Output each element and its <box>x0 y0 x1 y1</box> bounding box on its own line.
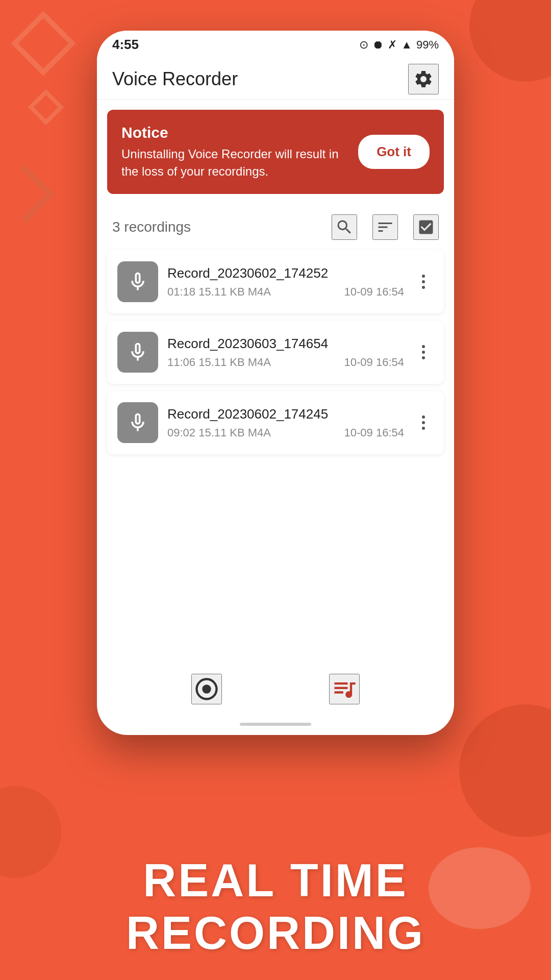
more-dot <box>422 351 425 354</box>
circle-nav-icon <box>193 676 220 702</box>
more-dot <box>422 345 425 348</box>
playlist-icon <box>331 676 358 702</box>
select-icon <box>417 218 435 236</box>
sort-icon <box>376 218 394 236</box>
recording-details: 11:06 15.11 KB M4A <box>167 356 271 369</box>
recording-thumbnail <box>117 332 158 373</box>
bg-diamond-top-left <box>11 11 76 76</box>
recordings-list: Record_20230602_174252 01:18 15.11 KB M4… <box>97 250 454 454</box>
phone-home-indicator <box>240 723 311 726</box>
recording-info: Record_20230602_174245 09:02 15.11 KB M4… <box>158 406 413 439</box>
status-bar: 4:55 ⊙ ⏺ ✗ ▲ 99% <box>97 31 454 59</box>
gear-icon <box>413 69 434 89</box>
recording-info: Record_20230602_174252 01:18 15.11 KB M4… <box>158 265 413 299</box>
more-dot <box>422 280 425 283</box>
mic-icon <box>127 271 149 293</box>
got-it-button[interactable]: Got it <box>358 135 430 169</box>
playlist-nav-button[interactable] <box>329 674 360 704</box>
mic-icon <box>127 411 149 434</box>
recordings-count: 3 recordings <box>112 219 191 235</box>
more-dot <box>422 415 425 419</box>
recording-thumbnail <box>117 402 158 443</box>
search-button[interactable] <box>332 214 357 240</box>
bg-decoration-bottom-right <box>459 704 551 837</box>
header-actions <box>332 214 439 240</box>
recording-meta: 09:02 15.11 KB M4A 10-09 16:54 <box>167 426 404 439</box>
recording-name: Record_20230602_174252 <box>167 265 404 281</box>
more-dot <box>422 421 425 424</box>
notice-body: Uninstalling Voice Recorder will result … <box>121 145 348 180</box>
recording-date: 10-09 16:54 <box>344 285 404 299</box>
app-title: Voice Recorder <box>112 68 238 90</box>
more-dot <box>422 275 425 278</box>
recording-item[interactable]: Record_20230603_174654 11:06 15.11 KB M4… <box>107 321 444 384</box>
app-bar: Voice Recorder <box>97 59 454 100</box>
more-dot <box>422 427 425 430</box>
recording-info: Record_20230603_174654 11:06 15.11 KB M4… <box>158 336 413 369</box>
recording-meta: 01:18 15.11 KB M4A 10-09 16:54 <box>167 285 404 299</box>
recordings-header: 3 recordings <box>97 204 454 250</box>
home-nav-button[interactable] <box>191 674 222 704</box>
sort-button[interactable] <box>372 214 398 240</box>
recording-details: 01:18 15.11 KB M4A <box>167 285 271 299</box>
recording-date: 10-09 16:54 <box>344 426 404 439</box>
recording-name: Record_20230603_174654 <box>167 336 404 352</box>
notice-banner: Notice Uninstalling Voice Recorder will … <box>107 110 444 194</box>
more-dot <box>422 286 425 289</box>
signal-icon: ✗ <box>388 38 397 52</box>
recording-item[interactable]: Record_20230602_174252 01:18 15.11 KB M4… <box>107 250 444 313</box>
recording-date: 10-09 16:54 <box>344 356 404 369</box>
settings-button[interactable] <box>408 64 439 94</box>
search-icon <box>335 218 354 236</box>
status-icons: ⊙ ⏺ ✗ ▲ 99% <box>359 38 439 52</box>
battery-level: 99% <box>416 38 439 52</box>
more-options-button[interactable] <box>413 415 434 430</box>
mic-icon <box>127 341 149 363</box>
more-dot <box>422 356 425 359</box>
notification-icon: ⊙ <box>359 38 368 52</box>
phone-mockup: 4:55 ⊙ ⏺ ✗ ▲ 99% Voice Recorder Notice U… <box>97 31 454 735</box>
bg-chevron <box>0 165 55 223</box>
sync-icon: ⏺ <box>372 38 384 52</box>
recording-item[interactable]: Record_20230602_174245 09:02 15.11 KB M4… <box>107 391 444 454</box>
status-time: 4:55 <box>112 37 139 53</box>
wifi-icon: ▲ <box>401 38 412 52</box>
recording-meta: 11:06 15.11 KB M4A 10-09 16:54 <box>167 356 404 369</box>
bg-decoration-top-right <box>469 0 551 82</box>
recording-thumbnail <box>117 261 158 302</box>
svg-point-1 <box>202 684 211 693</box>
recording-details: 09:02 15.11 KB M4A <box>167 426 271 439</box>
recording-name: Record_20230602_174245 <box>167 406 404 422</box>
more-options-button[interactable] <box>413 275 434 289</box>
notice-title: Notice <box>121 124 348 141</box>
bg-diamond-small <box>28 89 64 126</box>
bottom-nav <box>97 674 454 704</box>
notice-text-block: Notice Uninstalling Voice Recorder will … <box>121 124 348 180</box>
more-options-button[interactable] <box>413 345 434 359</box>
bottom-title: REAL TIME RECORDING <box>0 854 551 960</box>
select-button[interactable] <box>413 214 439 240</box>
